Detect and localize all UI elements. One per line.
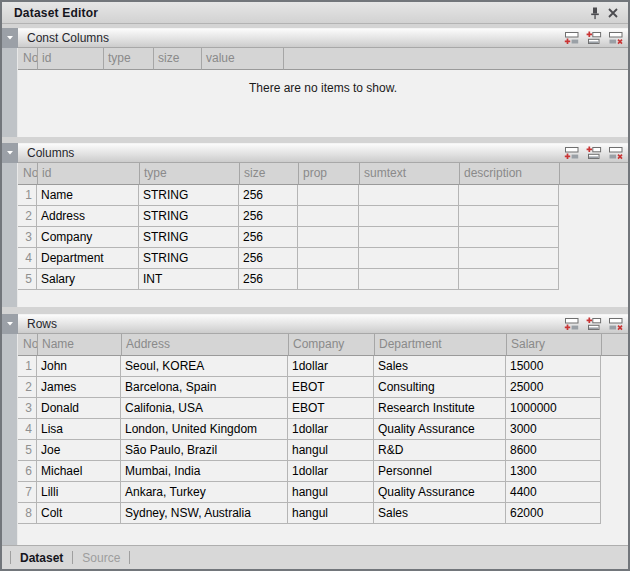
cell[interactable]: Name [37,185,139,206]
cell[interactable]: 62000 [506,503,601,524]
delete-row-button[interactable] [606,30,625,47]
cell[interactable]: hangul [288,482,374,503]
cell[interactable]: Department [37,248,139,269]
cell[interactable] [359,185,459,206]
row-number-cell[interactable]: 2 [18,206,37,227]
column-header-no[interactable]: No [18,48,38,70]
collapse-rows-button[interactable] [2,314,18,334]
cell[interactable] [459,227,559,248]
pin-button[interactable] [586,4,604,22]
cell[interactable]: Colt [37,503,121,524]
row-number-cell[interactable]: 6 [18,461,37,482]
cell[interactable]: Lilli [37,482,121,503]
cell[interactable]: Salary [37,269,139,290]
tab-dataset[interactable]: Dataset [20,551,63,565]
cell[interactable]: 256 [239,227,298,248]
cell[interactable]: 1dollar [288,356,374,377]
column-header-salary[interactable]: Salary [507,334,602,356]
column-header-no[interactable]: No [18,334,38,356]
cell[interactable]: Lisa [37,419,121,440]
cell[interactable] [298,206,359,227]
row-number-cell[interactable]: 4 [18,248,37,269]
column-header-address[interactable]: Address [122,334,289,356]
delete-row-button[interactable] [606,316,625,333]
row-number-cell[interactable]: 4 [18,419,37,440]
cell[interactable] [459,248,559,269]
column-header-type[interactable]: type [104,48,154,70]
row-number-cell[interactable]: 1 [18,356,37,377]
column-header-company[interactable]: Company [289,334,375,356]
cell[interactable] [298,248,359,269]
cell[interactable]: STRING [139,206,239,227]
cell[interactable]: Consulting [374,377,506,398]
cell[interactable] [359,227,459,248]
cell[interactable]: hangul [288,440,374,461]
close-button[interactable] [604,4,622,22]
column-header-department[interactable]: Department [375,334,507,356]
row-number-cell[interactable]: 7 [18,482,37,503]
collapse-const-columns-button[interactable] [2,28,18,48]
cell[interactable]: Personnel [374,461,506,482]
row-number-cell[interactable]: 1 [18,185,37,206]
column-header-name[interactable]: Name [38,334,122,356]
cell[interactable]: 256 [239,269,298,290]
cell[interactable]: Joe [37,440,121,461]
cell[interactable] [459,206,559,227]
cell[interactable]: EBOT [288,398,374,419]
cell[interactable]: 15000 [506,356,601,377]
collapse-columns-button[interactable] [2,143,18,163]
column-header-id[interactable]: id [38,48,104,70]
column-header-type[interactable]: type [140,163,240,185]
cell[interactable]: 3000 [506,419,601,440]
column-header-no[interactable]: No [18,163,38,185]
cell[interactable]: Donald [37,398,121,419]
cell[interactable]: 1300 [506,461,601,482]
cell[interactable]: 4400 [506,482,601,503]
cell[interactable]: hangul [288,503,374,524]
row-number-cell[interactable]: 2 [18,377,37,398]
cell[interactable]: James [37,377,121,398]
add-row-button[interactable] [562,144,581,161]
cell[interactable] [298,185,359,206]
cell[interactable]: Quality Assurance [374,482,506,503]
cell[interactable]: Ankara, Turkey [121,482,288,503]
cell[interactable]: Sales [374,503,506,524]
cell[interactable]: Quality Assurance [374,419,506,440]
insert-row-button[interactable] [584,316,603,333]
column-header-size[interactable]: size [240,163,299,185]
cell[interactable]: 1dollar [288,419,374,440]
cell[interactable]: STRING [139,185,239,206]
cell[interactable] [459,269,559,290]
cell[interactable]: 256 [239,185,298,206]
cell[interactable]: INT [139,269,239,290]
row-number-cell[interactable]: 8 [18,503,37,524]
cell[interactable] [298,269,359,290]
cell[interactable]: John [37,356,121,377]
cell[interactable]: EBOT [288,377,374,398]
column-header-description[interactable]: description [460,163,560,185]
cell[interactable]: 256 [239,206,298,227]
insert-row-button[interactable] [584,30,603,47]
cell[interactable] [359,248,459,269]
cell[interactable]: London, United Kingdom [121,419,288,440]
column-header-prop[interactable]: prop [299,163,360,185]
cell[interactable]: STRING [139,248,239,269]
cell[interactable]: Seoul, KOREA [121,356,288,377]
row-number-cell[interactable]: 5 [18,440,37,461]
row-number-cell[interactable]: 3 [18,398,37,419]
cell[interactable]: 8600 [506,440,601,461]
add-row-button[interactable] [562,316,581,333]
add-row-button[interactable] [562,30,581,47]
cell[interactable] [459,185,559,206]
cell[interactable]: São Paulo, Brazil [121,440,288,461]
cell[interactable]: 1000000 [506,398,601,419]
cell[interactable] [298,227,359,248]
cell[interactable]: 25000 [506,377,601,398]
cell[interactable]: Barcelona, Spain [121,377,288,398]
cell[interactable]: Address [37,206,139,227]
cell[interactable]: Michael [37,461,121,482]
cell[interactable]: STRING [139,227,239,248]
cell[interactable]: 1dollar [288,461,374,482]
cell[interactable]: 256 [239,248,298,269]
cell[interactable]: Company [37,227,139,248]
